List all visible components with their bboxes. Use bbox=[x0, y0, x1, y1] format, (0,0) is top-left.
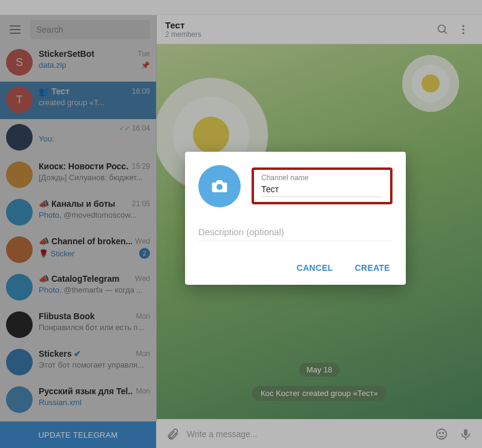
create-button[interactable]: CREATE bbox=[353, 259, 392, 276]
modal-overlay[interactable]: Channel name CANCEL CREATE bbox=[0, 0, 482, 448]
svg-point-10 bbox=[217, 184, 223, 190]
channel-photo-button[interactable] bbox=[198, 165, 241, 207]
new-channel-dialog: Channel name CANCEL CREATE bbox=[185, 152, 406, 285]
channel-name-input[interactable] bbox=[261, 183, 383, 197]
channel-name-field-highlight: Channel name bbox=[252, 167, 392, 204]
channel-description-input[interactable] bbox=[198, 224, 392, 241]
cancel-button[interactable]: CANCEL bbox=[295, 259, 336, 276]
channel-name-label: Channel name bbox=[261, 174, 383, 182]
